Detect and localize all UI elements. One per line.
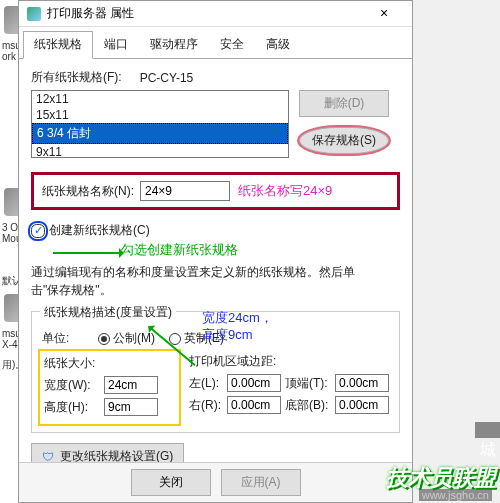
tab-bar: 纸张规格 端口 驱动程序 安全 高级 bbox=[19, 27, 412, 59]
annotation-name: 纸张名称写24×9 bbox=[238, 182, 332, 200]
apply-button[interactable]: 应用(A) bbox=[221, 469, 301, 496]
list-item[interactable]: 15x11 bbox=[32, 107, 288, 123]
list-item-selected[interactable]: 6 3/4 信封 bbox=[32, 123, 288, 144]
top-label: 顶端(T): bbox=[285, 375, 331, 392]
titlebar: 打印服务器 属性 × bbox=[19, 1, 412, 27]
watermark-url: www.jsgho.cn bbox=[419, 489, 492, 501]
radio-on-icon bbox=[98, 333, 110, 345]
form-description-group: 纸张规格描述(度量设置) 宽度24cm， 高度9cm 单位: 公制(M) 英制(… bbox=[31, 311, 400, 433]
forms-listbox[interactable]: 12x11 15x11 6 3/4 信封 9x11 bbox=[31, 90, 289, 158]
unit-label: 单位: bbox=[42, 330, 92, 347]
tab-drivers[interactable]: 驱动程序 bbox=[139, 31, 209, 58]
width-label: 宽度(W): bbox=[44, 377, 100, 394]
margin-top-input[interactable] bbox=[335, 374, 389, 392]
forms-label: 所有纸张规格(F): bbox=[31, 69, 122, 86]
server-name: PC-CY-15 bbox=[140, 71, 194, 85]
watermark-side: 城 bbox=[475, 422, 500, 438]
delete-button[interactable]: 删除(D) bbox=[299, 90, 389, 117]
save-form-button[interactable]: 保存规格(S) bbox=[299, 127, 389, 154]
tab-ports[interactable]: 端口 bbox=[93, 31, 139, 58]
dialog-body: 所有纸张规格(F): PC-CY-15 12x11 15x11 6 3/4 信封… bbox=[19, 59, 412, 480]
margin-right-input[interactable] bbox=[227, 396, 281, 414]
window-title: 打印服务器 属性 bbox=[47, 5, 364, 22]
margins-title: 打印机区域边距: bbox=[189, 353, 389, 370]
tab-forms[interactable]: 纸张规格 bbox=[23, 31, 93, 59]
unit-metric-radio[interactable]: 公制(M) bbox=[98, 330, 155, 347]
description-text: 通过编辑现有的名称和度量设置来定义新的纸张规格。然后单 击"保存规格"。 bbox=[31, 263, 400, 299]
height-label: 高度(H): bbox=[44, 399, 100, 416]
margin-bottom-input[interactable] bbox=[335, 396, 389, 414]
list-item[interactable]: 9x11 bbox=[32, 144, 288, 158]
height-input[interactable] bbox=[104, 398, 158, 416]
list-item[interactable]: 12x11 bbox=[32, 91, 288, 107]
create-new-form-checkbox[interactable]: ✓ bbox=[31, 224, 45, 238]
paper-size-title: 纸张大小: bbox=[44, 355, 175, 372]
form-name-label: 纸张规格名称(N): bbox=[42, 183, 134, 200]
dialog-footer: 关闭 应用(A) bbox=[19, 462, 412, 502]
form-name-row: 纸张规格名称(N): 纸张名称写24×9 bbox=[31, 172, 400, 210]
width-input[interactable] bbox=[104, 376, 158, 394]
tab-advanced[interactable]: 高级 bbox=[255, 31, 301, 58]
create-new-form-label: 创建新纸张规格(C) bbox=[49, 222, 150, 239]
close-dialog-button[interactable]: 关闭 bbox=[131, 469, 211, 496]
left-label: 左(L): bbox=[189, 375, 223, 392]
annotation-checkbox: 勾选创建新纸张规格 bbox=[121, 241, 400, 259]
print-server-properties-dialog: 打印服务器 属性 × 纸张规格 端口 驱动程序 安全 高级 所有纸张规格(F):… bbox=[18, 0, 413, 503]
annotation-dimensions: 宽度24cm， 高度9cm bbox=[202, 310, 273, 344]
tab-security[interactable]: 安全 bbox=[209, 31, 255, 58]
paper-size-column: 纸张大小: 宽度(W): 高度(H): bbox=[42, 353, 177, 422]
printer-icon bbox=[27, 7, 41, 21]
group-title: 纸张规格描述(度量设置) bbox=[40, 304, 176, 321]
margin-left-input[interactable] bbox=[227, 374, 281, 392]
create-new-form-row: ✓ 创建新纸张规格(C) bbox=[31, 222, 400, 239]
close-button[interactable]: × bbox=[364, 4, 404, 24]
form-name-input[interactable] bbox=[140, 181, 230, 201]
right-label: 右(R): bbox=[189, 397, 223, 414]
bottom-label: 底部(B): bbox=[285, 397, 331, 414]
margins-column: 打印机区域边距: 左(L): 顶端(T): 右(R): 底部(B): bbox=[189, 353, 389, 422]
arrow-icon bbox=[53, 252, 123, 254]
